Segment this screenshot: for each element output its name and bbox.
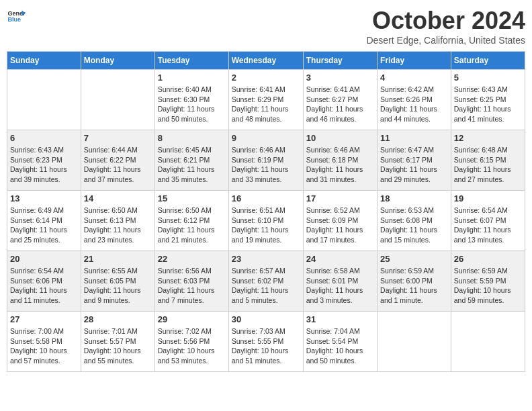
day-number: 17 (306, 193, 374, 203)
calendar-cell: 31 Sunrise: 7:04 AMSunset: 5:54 PMDaylig… (303, 312, 377, 372)
day-info: Sunrise: 6:48 AMSunset: 6:15 PMDaylight:… (454, 145, 522, 185)
day-info: Sunrise: 6:52 AMSunset: 6:09 PMDaylight:… (306, 205, 374, 245)
day-info: Sunrise: 6:59 AMSunset: 6:00 PMDaylight:… (380, 266, 448, 306)
day-number: 9 (232, 133, 300, 143)
calendar-cell: 24 Sunrise: 6:58 AMSunset: 6:01 PMDaylig… (303, 251, 377, 312)
calendar-week-row: 13 Sunrise: 6:49 AMSunset: 6:14 PMDaylig… (7, 191, 525, 251)
calendar-cell: 5 Sunrise: 6:43 AMSunset: 6:25 PMDayligh… (451, 70, 525, 130)
col-thursday: Thursday (303, 52, 377, 70)
day-info: Sunrise: 6:43 AMSunset: 6:23 PMDaylight:… (10, 145, 78, 185)
day-info: Sunrise: 6:40 AMSunset: 6:30 PMDaylight:… (158, 85, 226, 124)
day-number: 14 (84, 193, 152, 203)
day-info: Sunrise: 6:51 AMSunset: 6:10 PMDaylight:… (232, 205, 300, 245)
calendar-cell: 4 Sunrise: 6:42 AMSunset: 6:26 PMDayligh… (378, 70, 451, 130)
day-info: Sunrise: 6:56 AMSunset: 6:03 PMDaylight:… (158, 266, 226, 306)
calendar-week-row: 1 Sunrise: 6:40 AMSunset: 6:30 PMDayligh… (7, 70, 525, 130)
svg-text:Blue: Blue (7, 16, 21, 23)
calendar-cell: 13 Sunrise: 6:49 AMSunset: 6:14 PMDaylig… (7, 191, 81, 251)
day-number: 20 (10, 254, 78, 264)
calendar-cell: 15 Sunrise: 6:50 AMSunset: 6:12 PMDaylig… (154, 191, 228, 251)
day-number: 29 (158, 314, 226, 324)
day-info: Sunrise: 6:47 AMSunset: 6:17 PMDaylight:… (380, 145, 448, 185)
calendar-cell: 2 Sunrise: 6:41 AMSunset: 6:29 PMDayligh… (228, 70, 303, 130)
day-info: Sunrise: 6:46 AMSunset: 6:19 PMDaylight:… (232, 145, 300, 185)
calendar-table: Sunday Monday Tuesday Wednesday Thursday… (7, 51, 525, 372)
day-number: 19 (454, 193, 522, 203)
day-number: 28 (84, 314, 152, 324)
calendar-cell: 6 Sunrise: 6:43 AMSunset: 6:23 PMDayligh… (7, 130, 81, 191)
day-info: Sunrise: 6:57 AMSunset: 6:02 PMDaylight:… (232, 266, 300, 306)
day-number: 21 (84, 254, 152, 264)
day-info: Sunrise: 6:45 AMSunset: 6:21 PMDaylight:… (158, 145, 226, 185)
day-info: Sunrise: 6:41 AMSunset: 6:27 PMDaylight:… (306, 85, 374, 124)
calendar-cell: 19 Sunrise: 6:54 AMSunset: 6:07 PMDaylig… (451, 191, 525, 251)
col-tuesday: Tuesday (154, 52, 228, 70)
day-number: 23 (232, 254, 300, 264)
day-info: Sunrise: 6:44 AMSunset: 6:22 PMDaylight:… (84, 145, 152, 185)
month-title: October 2024 (366, 7, 525, 35)
day-info: Sunrise: 7:02 AMSunset: 5:56 PMDaylight:… (158, 326, 226, 366)
calendar-header-row: Sunday Monday Tuesday Wednesday Thursday… (7, 52, 525, 70)
calendar-cell: 27 Sunrise: 7:00 AMSunset: 5:58 PMDaylig… (7, 312, 81, 372)
calendar-cell (81, 70, 154, 130)
calendar-cell: 23 Sunrise: 6:57 AMSunset: 6:02 PMDaylig… (228, 251, 303, 312)
calendar-cell: 20 Sunrise: 6:54 AMSunset: 6:06 PMDaylig… (7, 251, 81, 312)
day-info: Sunrise: 7:00 AMSunset: 5:58 PMDaylight:… (10, 326, 78, 366)
day-number: 4 (380, 73, 448, 83)
day-number: 31 (306, 314, 374, 324)
day-number: 8 (158, 133, 226, 143)
day-number: 5 (454, 73, 522, 83)
col-friday: Friday (378, 52, 451, 70)
day-number: 27 (10, 314, 78, 324)
day-info: Sunrise: 6:43 AMSunset: 6:25 PMDaylight:… (454, 85, 522, 124)
day-info: Sunrise: 6:50 AMSunset: 6:13 PMDaylight:… (84, 205, 152, 245)
day-info: Sunrise: 7:03 AMSunset: 5:55 PMDaylight:… (232, 326, 300, 366)
day-number: 15 (158, 193, 226, 203)
calendar-cell (7, 70, 81, 130)
calendar-cell: 25 Sunrise: 6:59 AMSunset: 6:00 PMDaylig… (378, 251, 451, 312)
day-info: Sunrise: 6:53 AMSunset: 6:08 PMDaylight:… (380, 205, 448, 245)
day-info: Sunrise: 6:50 AMSunset: 6:12 PMDaylight:… (158, 205, 226, 245)
calendar-cell: 7 Sunrise: 6:44 AMSunset: 6:22 PMDayligh… (81, 130, 154, 191)
day-info: Sunrise: 7:04 AMSunset: 5:54 PMDaylight:… (306, 326, 374, 366)
day-number: 7 (84, 133, 152, 143)
day-info: Sunrise: 6:59 AMSunset: 5:59 PMDaylight:… (454, 266, 522, 306)
calendar-cell: 10 Sunrise: 6:46 AMSunset: 6:18 PMDaylig… (303, 130, 377, 191)
col-monday: Monday (81, 52, 154, 70)
location: Desert Edge, California, United States (366, 35, 525, 46)
calendar-cell: 16 Sunrise: 6:51 AMSunset: 6:10 PMDaylig… (228, 191, 303, 251)
calendar-cell: 1 Sunrise: 6:40 AMSunset: 6:30 PMDayligh… (154, 70, 228, 130)
calendar-cell: 18 Sunrise: 6:53 AMSunset: 6:08 PMDaylig… (378, 191, 451, 251)
day-number: 16 (232, 193, 300, 203)
calendar-cell: 22 Sunrise: 6:56 AMSunset: 6:03 PMDaylig… (154, 251, 228, 312)
day-number: 30 (232, 314, 300, 324)
logo: General Blue (7, 7, 26, 26)
calendar-week-row: 20 Sunrise: 6:54 AMSunset: 6:06 PMDaylig… (7, 251, 525, 312)
calendar-cell: 14 Sunrise: 6:50 AMSunset: 6:13 PMDaylig… (81, 191, 154, 251)
col-sunday: Sunday (7, 52, 81, 70)
col-saturday: Saturday (451, 52, 525, 70)
day-number: 12 (454, 133, 522, 143)
calendar-cell: 11 Sunrise: 6:47 AMSunset: 6:17 PMDaylig… (378, 130, 451, 191)
day-info: Sunrise: 7:01 AMSunset: 5:57 PMDaylight:… (84, 326, 152, 366)
day-info: Sunrise: 6:46 AMSunset: 6:18 PMDaylight:… (306, 145, 374, 185)
calendar-week-row: 27 Sunrise: 7:00 AMSunset: 5:58 PMDaylig… (7, 312, 525, 372)
day-number: 3 (306, 73, 374, 83)
calendar-cell: 12 Sunrise: 6:48 AMSunset: 6:15 PMDaylig… (451, 130, 525, 191)
logo-icon: General Blue (7, 7, 26, 26)
day-info: Sunrise: 6:41 AMSunset: 6:29 PMDaylight:… (232, 85, 300, 124)
day-number: 22 (158, 254, 226, 264)
day-number: 1 (158, 73, 226, 83)
day-info: Sunrise: 6:55 AMSunset: 6:05 PMDaylight:… (84, 266, 152, 306)
day-number: 6 (10, 133, 78, 143)
day-info: Sunrise: 6:49 AMSunset: 6:14 PMDaylight:… (10, 205, 78, 245)
calendar-cell: 29 Sunrise: 7:02 AMSunset: 5:56 PMDaylig… (154, 312, 228, 372)
calendar-cell: 17 Sunrise: 6:52 AMSunset: 6:09 PMDaylig… (303, 191, 377, 251)
day-number: 25 (380, 254, 448, 264)
day-info: Sunrise: 6:42 AMSunset: 6:26 PMDaylight:… (380, 85, 448, 124)
day-number: 2 (232, 73, 300, 83)
day-number: 18 (380, 193, 448, 203)
calendar-cell: 30 Sunrise: 7:03 AMSunset: 5:55 PMDaylig… (228, 312, 303, 372)
calendar-cell (451, 312, 525, 372)
title-block: October 2024 Desert Edge, California, Un… (366, 7, 525, 46)
